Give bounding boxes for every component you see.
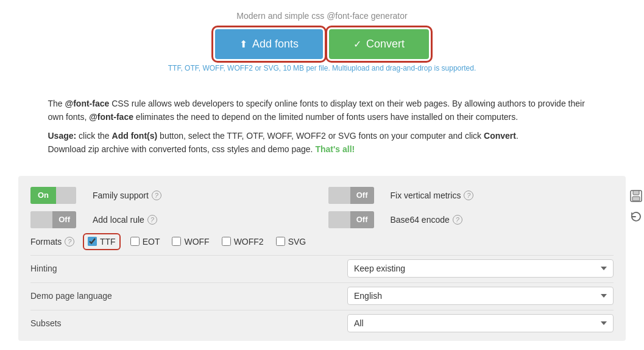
add-local-rule-toggle[interactable]: Off [30,211,85,228]
hinting-row: Hinting Keep existing Remove hinting Aut… [30,255,614,278]
formats-checkboxes: TTF EOT WOFF [85,236,306,248]
base64-encode-label: Base64 encode ? [391,215,462,225]
add-fonts-label: Add fonts [252,38,299,51]
base64-off-label: Off [350,211,374,228]
demo-page-language-select[interactable]: English Russian German French [347,287,614,305]
svg-label: SVG [288,237,306,247]
fix-vertical-toggle-off[interactable]: Off [328,187,374,204]
description-section: The @font-face CSS rule allows web devel… [48,91,596,170]
refresh-icon[interactable] [628,209,644,225]
toggle-off-label: Off [52,211,76,228]
header: Modern and simple css @font-face generat… [18,6,626,91]
family-support-row: On Family support ? [30,187,316,204]
subsets-label: Subsets [30,318,347,328]
svg-checkbox[interactable] [276,237,285,246]
add-local-rule-row: Off Add local rule ? [30,211,316,228]
description-para2: Usage: click the Add font(s) button, sel… [48,129,596,156]
base64-help-icon[interactable]: ? [453,215,462,225]
woff-checkbox[interactable] [172,237,181,246]
svg-rect-1 [633,191,639,195]
base64-encode-row: Off Base64 encode ? [328,211,614,228]
add-local-rule-help-icon[interactable]: ? [147,215,157,225]
woff2-label: WOFF2 [234,237,264,247]
family-support-help-icon[interactable]: ? [152,191,161,200]
description-para1: The @font-face CSS rule allows web devel… [48,97,596,124]
upload-icon: ⬆ [239,38,247,50]
fix-vertical-metrics-label: Fix vertical metrics ? [391,191,474,200]
convert-button[interactable]: ✓ Convert [329,29,429,59]
formats-row: Formats ? TTF [30,236,316,248]
demo-page-language-row: Demo page language English Russian Germa… [30,282,614,305]
eot-checkbox[interactable] [130,237,140,246]
hinting-label: Hinting [30,264,347,273]
add-fonts-button[interactable]: ⬆ Add fonts [215,29,323,59]
convert-label: Convert [366,38,405,51]
woff-label: WOFF [184,237,209,247]
settings-left-col: On Family support ? [30,187,316,255]
fix-vertical-help-icon[interactable]: ? [464,191,473,200]
add-local-rule-label: Add local rule ? [93,215,157,225]
checkmark-icon: ✓ [353,38,361,50]
fix-vertical-metrics-toggle[interactable]: Off [328,187,383,204]
subsets-row: Subsets All Latin Cyrillic [30,310,614,332]
hinting-select[interactable]: Keep existing Remove hinting Autohint [347,259,614,278]
ttf-checkbox-wrapper: TTF [85,236,118,248]
ttf-checkbox-item[interactable]: TTF [88,237,116,247]
svg-rect-2 [632,197,640,201]
settings-columns: On Family support ? [30,187,614,255]
ttf-label: TTF [100,237,116,247]
side-icons [628,188,644,225]
toggle-off-placeholder [56,187,76,204]
page-title: Modern and simple css @font-face generat… [18,11,626,21]
settings-right-col: Off Fix vertical metrics ? [316,187,614,255]
toggle-on-switch[interactable]: On [30,187,76,204]
subsets-select[interactable]: All Latin Cyrillic [347,314,614,332]
save-icon[interactable] [628,188,644,204]
buttons-row: ⬆ Add fonts ✓ Convert [18,29,626,59]
formats-label: Formats ? [30,236,85,247]
settings-panel: On Family support ? [18,176,626,341]
eot-checkbox-item[interactable]: EOT [130,237,160,247]
formats-help-icon[interactable]: ? [65,237,74,247]
base64-toggle-off[interactable]: Off [328,211,374,228]
toggle-on-placeholder [30,211,52,228]
svg-checkbox-item[interactable]: SVG [276,237,306,247]
base64-encode-toggle[interactable]: Off [328,211,383,228]
woff2-checkbox[interactable] [222,237,231,246]
fix-vertical-off-label: Off [350,187,374,204]
eot-label: EOT [143,237,160,247]
family-support-label: Family support ? [93,191,161,200]
file-info-text: TTF, OTF, WOFF, WOFF2 or SVG, 10 MB per … [18,64,626,72]
ttf-checkbox[interactable] [88,237,97,246]
fix-vertical-metrics-row: Off Fix vertical metrics ? [328,187,614,204]
woff2-checkbox-item[interactable]: WOFF2 [222,237,264,247]
demo-page-language-label: Demo page language [30,291,347,301]
toggle-on-label: On [30,187,56,204]
family-support-toggle[interactable]: On [30,187,85,204]
woff-checkbox-item[interactable]: WOFF [172,237,209,247]
toggle-off-switch[interactable]: Off [30,211,76,228]
